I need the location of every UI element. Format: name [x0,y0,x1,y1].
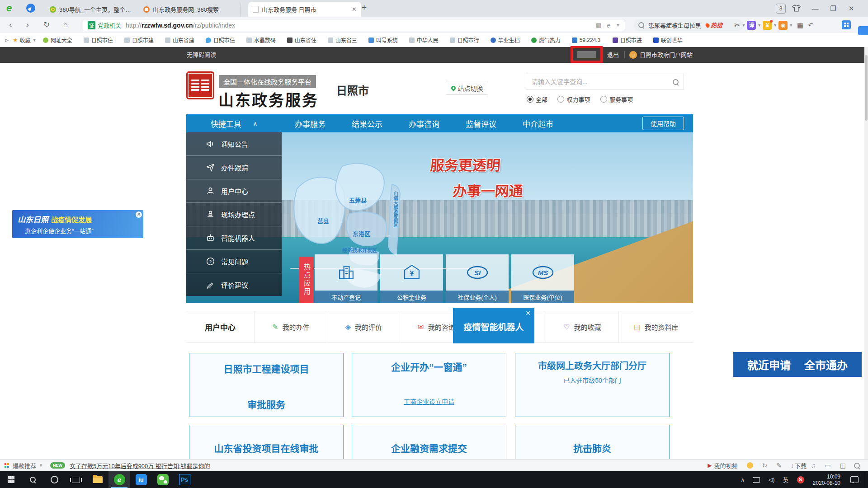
app-iu-icon[interactable]: iu [130,471,152,488]
tray-expand-icon[interactable]: ∧ [741,477,745,483]
site-switch-button[interactable]: 站点切换 [446,81,488,95]
accessibility-link[interactable]: 无障碍阅读 [187,47,216,63]
bookmark-item[interactable]: 水晶数码 [246,36,287,44]
wallet-icon[interactable]: ¥ [763,21,772,30]
bookmark-item[interactable]: 日照市行 [450,36,491,44]
panel-item-faq[interactable]: ? 常见问题 [186,249,282,273]
tile-housing-fund[interactable]: ¥ 公积金业务 [380,254,443,303]
show-desktop-button[interactable] [865,471,868,488]
speed-mode-compass-icon[interactable] [26,4,35,13]
tab-360-nav[interactable]: 360导航_一个主页，整个世界 [45,2,147,17]
news-headline-link[interactable]: 女子存款5万元10年后变成900万 银行告知:钱都是你的 [70,461,210,470]
chevron-down-icon[interactable]: ▼ [39,463,43,468]
zoom-icon[interactable] [854,463,860,469]
photoshop-icon[interactable]: Ps [174,471,195,488]
browser-logo-icon[interactable]: e [6,3,12,14]
wechat-icon[interactable] [152,471,174,488]
translate-icon[interactable]: 译 [747,21,756,30]
download-icon[interactable]: ↓ [791,462,794,469]
url-text[interactable]: http://rzzwfw.sd.gov.cn/rz/public/index [126,22,235,29]
home-icon[interactable]: ⌂ [59,17,72,33]
hot-search-tag[interactable]: 热搜 [711,21,722,29]
keyword-search-input[interactable] [526,74,684,89]
logout-link[interactable]: 退出 [607,47,619,63]
bookmark-item[interactable]: 山东省三 [328,36,368,44]
my-video-link[interactable]: 我的视频 [714,461,738,470]
file-explorer-icon[interactable] [87,471,108,488]
card-construction-approval[interactable]: 日照市工程建设项目 审批服务 [189,353,344,417]
edge-widget-icon[interactable] [858,26,868,35]
pen-icon[interactable]: ✎ [776,462,782,469]
volume-icon[interactable]: ◁) [768,476,774,483]
panel-item-robot[interactable]: 智能机器人 [186,226,282,249]
tile-real-estate[interactable]: 不动产登记 [315,254,377,303]
close-icon[interactable]: ✕ [525,310,531,317]
promo-label[interactable]: 爆款推荐 [13,461,36,470]
tab-close-icon[interactable]: ✕ [352,6,357,13]
scrollbar-thumb[interactable] [865,55,868,121]
map-label-kaifaqu[interactable]: 经济技术开发区 [342,246,377,253]
panel-item-onsite[interactable]: 现场办理点 [186,202,282,226]
hot-search-text[interactable]: 患尿毒症被生母拉黑 [648,21,701,29]
url-box[interactable]: 证 党政机关 http://rzzwfw.sd.gov.cn/rz/public… [83,19,625,31]
skin-icon[interactable] [792,4,801,14]
side-panel-icon[interactable] [842,20,851,29]
portal-link[interactable]: 日照市政府门户网站 [640,47,693,63]
ad-close-icon[interactable]: ✕ [136,211,142,218]
search-icon[interactable] [673,79,679,85]
task-view-icon[interactable] [65,471,87,488]
tile-social-insurance[interactable]: SI 社保业务(个人) [446,254,509,303]
tile-medical-insurance[interactable]: MS 医保业务(单位) [511,254,574,303]
bookmark-expand-icon[interactable]: ⊳ [5,37,9,43]
panel-item-notices[interactable]: 通知公告 [186,132,282,155]
emoji-icon[interactable] [747,462,753,469]
card-investment-approval[interactable]: 山东省投资项目在线审批 [189,425,344,463]
ime-language-indicator[interactable]: 英 [783,475,789,484]
bookmark-item[interactable]: 网址大全 [43,36,84,44]
tab-my-items[interactable]: ✎我的办件 [254,311,327,343]
bookmark-item[interactable]: 中华人民 [409,36,450,44]
radio-power-items[interactable] [557,96,564,103]
url-dropdown-icon[interactable]: ▼ [616,23,620,28]
nav-item-supervise[interactable]: 监督评议 [466,118,496,129]
bookmark-item[interactable]: 联创世华 [653,36,694,44]
map-label-shanhaitian[interactable]: 山海天旅游度假区 [392,191,399,227]
bookmark-item[interactable]: 山东省建 [165,36,206,44]
bookmark-item[interactable]: 毕业生档 [491,36,531,44]
tab-count-badge[interactable]: 3 [776,4,786,14]
radio-all[interactable] [527,96,533,103]
network-icon[interactable] [753,477,760,483]
bookmark-item[interactable]: 叫号系统 [368,36,409,44]
map-label-juxian[interactable]: 莒县 [317,216,329,225]
bookmark-item[interactable]: 日照市住 [206,36,246,44]
bookmark-item[interactable]: 日照市建 [124,36,165,44]
tab-my-favorites[interactable]: ♡我的收藏 [546,311,618,343]
panel-item-tracking[interactable]: 办件跟踪 [186,155,282,179]
bookmark-item[interactable]: 山东省住 [287,36,328,44]
extensions-grid-icon[interactable]: ▦ [797,21,803,29]
panel-item-feedback[interactable]: 评价建议 [186,273,282,296]
bookmark-item[interactable]: 日照市住 [84,36,124,44]
game-center-icon[interactable]: ◉ [778,21,788,30]
close-button[interactable]: ✕ [844,0,859,17]
start-button[interactable] [0,471,22,488]
nav-item-services[interactable]: 办事服务 [295,118,326,129]
nav-item-consult[interactable]: 办事咨询 [409,118,439,129]
nearby-apply-bar[interactable]: 就近申请全市通办 [733,352,862,377]
refresh-icon[interactable]: ↻ [40,17,53,33]
restore-button[interactable]: ❐ [826,0,841,17]
map-label-wulian[interactable]: 五莲县 [349,196,367,204]
hot-search-box[interactable]: 患尿毒症被生母拉黑 热搜 [634,19,743,31]
bookmark-item[interactable]: 日照市进 [613,36,653,44]
split-screen-icon[interactable]: ◫ [840,462,846,469]
cortana-icon[interactable] [43,471,65,488]
play-icon[interactable]: ▶ [708,462,712,469]
taskbar-clock[interactable]: 10:09 2020-08-10 [813,474,840,486]
minimize-button[interactable]: — [807,0,823,17]
tab-360-search[interactable]: 山东政务服务网_360搜索 [139,2,241,17]
card-financing-demand[interactable]: 企业融资需求提交 [352,425,506,463]
card-fight-epidemic[interactable]: 抗击肺炎 [515,425,670,463]
nav-item-results[interactable]: 结果公示 [352,118,382,129]
sound-icon[interactable]: ♫ [811,462,816,469]
back-icon[interactable]: ‹ [4,17,17,33]
